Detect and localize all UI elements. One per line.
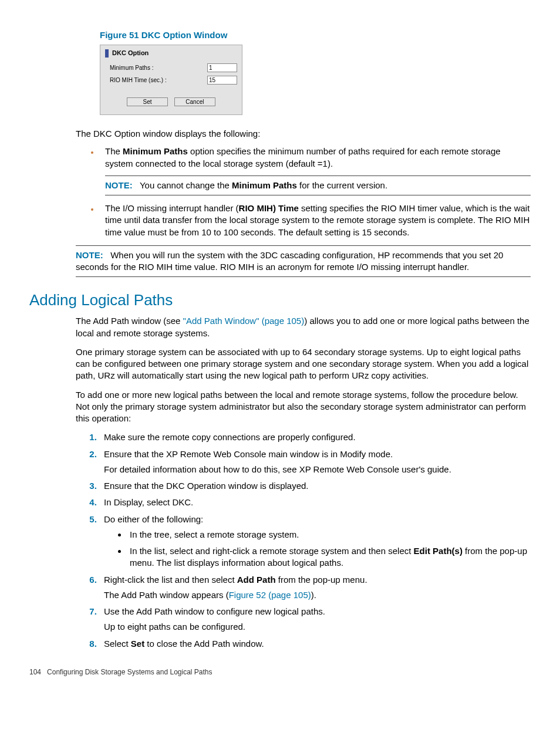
text: In Display, select DKC. <box>104 497 193 507</box>
text: Ensure that the XP Remote Web Console ma… <box>104 449 393 459</box>
step-5: Do either of the following: In the tree,… <box>99 514 531 569</box>
bold-text: Minimum Paths <box>232 180 297 190</box>
bold-text: Edit Path(s) <box>414 546 463 556</box>
dkc-window-title: DKC Option <box>105 49 237 58</box>
step-1: Make sure the remote copy connections ar… <box>99 431 531 443</box>
dkc-title-text: DKC Option <box>112 49 149 58</box>
title-marker-icon <box>105 49 109 58</box>
text: from the pop-up menu. <box>276 575 367 585</box>
note-label: NOTE: <box>105 180 133 190</box>
paragraph-procedure-intro: To add one or more new logical paths bet… <box>76 389 531 425</box>
text: When you will run the system with the 3D… <box>76 250 503 272</box>
cancel-button[interactable]: Cancel <box>174 97 215 106</box>
bold-text: Set <box>131 639 144 649</box>
step-7: Use the Add Path window to configure new… <box>99 606 531 633</box>
set-button[interactable]: Set <box>127 97 168 106</box>
minimum-paths-label: Minimum Paths : <box>110 64 153 72</box>
step-5-option-tree: In the tree, select a remote storage sys… <box>127 529 531 541</box>
footer-title: Configuring Disk Storage Systems and Log… <box>47 668 212 676</box>
figure-caption: Figure 51 DKC Option Window <box>100 29 531 41</box>
step-6-result: The Add Path window appears (Figure 52 (… <box>104 589 531 601</box>
text: Use the Add Path window to configure new… <box>104 606 325 616</box>
text: In the list, select and right-click a re… <box>130 546 414 556</box>
step-5-option-list: In the list, select and right-click a re… <box>127 545 531 569</box>
dkc-option-window: DKC Option Minimum Paths : RIO MIH Time … <box>100 45 242 115</box>
bold-text: Minimum Paths <box>123 146 188 156</box>
rio-mih-input[interactable] <box>207 76 237 85</box>
step-4: In Display, select DKC. <box>99 497 531 508</box>
text: The I/O missing interrupt handler ( <box>105 203 239 213</box>
link-figure-52[interactable]: Figure 52 (page 105) <box>229 590 311 600</box>
minimum-paths-input[interactable] <box>207 63 237 72</box>
bold-text: Add Path <box>237 575 276 585</box>
text: Ensure that the DKC Operation window is … <box>104 481 309 491</box>
section-heading: Adding Logical Paths <box>29 290 531 310</box>
link-add-path-window[interactable]: "Add Path Window" (page 105) <box>183 316 305 326</box>
paragraph-add-path-intro: The Add Path window (see "Add Path Windo… <box>76 315 531 339</box>
text: Select <box>104 639 131 649</box>
text: For detailed information about how to do… <box>104 464 531 475</box>
text: Do either of the following: <box>104 514 203 524</box>
text: to close the Add Path window. <box>144 639 264 649</box>
text: Right-click the list and then select <box>104 575 237 585</box>
text: for the current version. <box>297 180 387 190</box>
page-number: 104 <box>29 668 41 676</box>
step-3: Ensure that the DKC Operation window is … <box>99 480 531 492</box>
rio-mih-label: RIO MIH Time (sec.) : <box>110 76 167 85</box>
page-footer: 104 Configuring Disk Storage Systems and… <box>29 667 531 677</box>
step-8: Select Set to close the Add Path window. <box>99 638 531 650</box>
text: The <box>105 146 123 156</box>
minimum-paths-field: Minimum Paths : <box>110 63 237 72</box>
step-2: Ensure that the XP Remote Web Console ma… <box>99 448 531 476</box>
text: The Add Path window appears ( <box>104 590 229 600</box>
bold-text: RIO MIH) Time <box>239 203 299 213</box>
bullet-minimum-paths: The Minimum Paths option specifies the m… <box>99 146 531 195</box>
intro-text: The DKC Option window displays the follo… <box>76 128 531 140</box>
text: ). <box>311 590 316 600</box>
text: Up to eight paths can be configured. <box>104 621 531 633</box>
step-6: Right-click the list and then select Add… <box>99 574 531 602</box>
text: Make sure the remote copy connections ar… <box>104 432 356 442</box>
note-label: NOTE: <box>76 250 103 260</box>
text: In the tree, select a remote storage sys… <box>130 529 299 539</box>
text: You cannot change the <box>140 180 232 190</box>
bullet-rio-mih: The I/O missing interrupt handler (RIO M… <box>99 202 531 238</box>
note-minimum-paths: NOTE: You cannot change the Minimum Path… <box>105 175 531 195</box>
text: The Add Path window (see <box>76 316 183 326</box>
rio-mih-field: RIO MIH Time (sec.) : <box>110 76 237 85</box>
paragraph-association: One primary storage system can be associ… <box>76 346 531 382</box>
note-3dc: NOTE: When you will run the system with … <box>76 245 531 278</box>
